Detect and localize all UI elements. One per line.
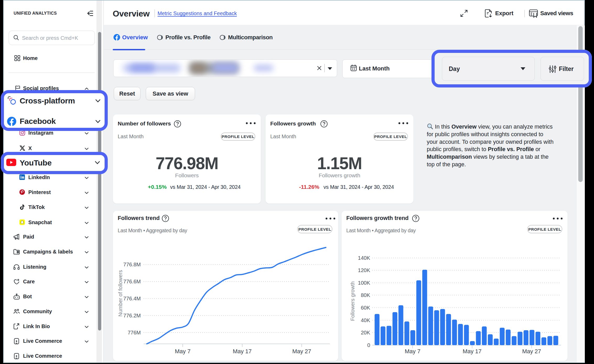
svg-text:May 7: May 7 [175,348,191,355]
svg-text:20K: 20K [361,330,370,335]
svg-text:May 27: May 27 [292,348,311,355]
svg-text:776.4M: 776.4M [123,296,141,301]
svg-text:Followers growth: Followers growth [350,281,355,321]
svg-text:80K: 80K [361,292,370,298]
svg-text:May 17: May 17 [233,348,252,355]
svg-text:40K: 40K [361,317,370,323]
svg-text:100K: 100K [358,280,370,286]
svg-text:0: 0 [367,342,370,348]
svg-text:776.2M: 776.2M [123,313,141,318]
svg-text:60K: 60K [361,305,370,311]
svg-text:May 7: May 7 [405,348,420,355]
svg-text:May 17: May 17 [463,348,482,355]
svg-text:140K: 140K [358,255,370,261]
svg-text:776.6M: 776.6M [123,279,141,284]
svg-text:776.8M: 776.8M [123,262,141,267]
svg-text:May 27: May 27 [522,348,541,355]
svg-text:Number of followers: Number of followers [117,270,123,317]
svg-text:120K: 120K [358,267,370,273]
svg-text:776M: 776M [128,330,141,335]
